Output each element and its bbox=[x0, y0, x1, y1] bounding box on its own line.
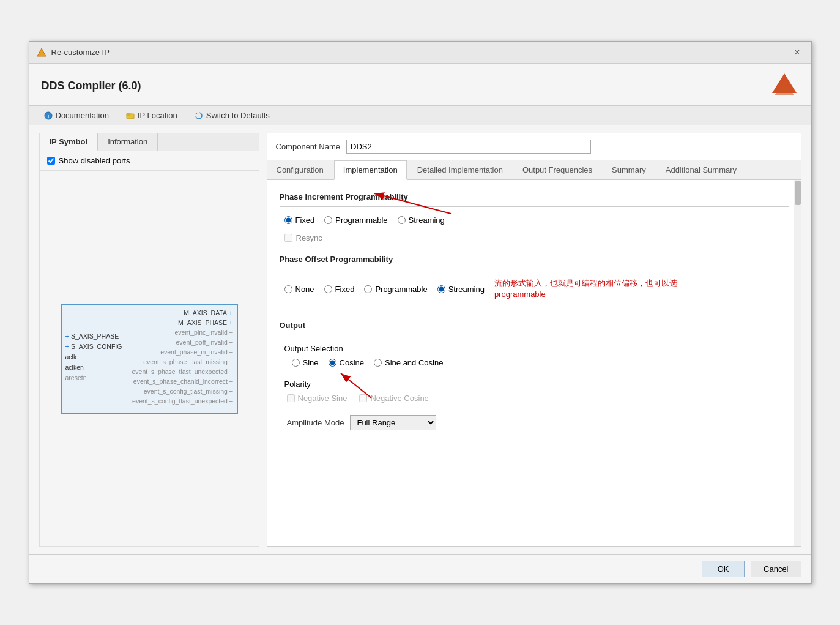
refresh-icon bbox=[195, 111, 203, 120]
radio-streaming[interactable]: Streaming bbox=[398, 215, 445, 225]
port-m-axis-data: M_AXIS_DATA + bbox=[180, 309, 236, 317]
documentation-button[interactable]: i Documentation bbox=[42, 110, 111, 121]
app-logo bbox=[770, 71, 799, 100]
port-event-s-phase-chanid: event_s_phase_chanid_incorrect – bbox=[130, 377, 237, 386]
output-title: Output bbox=[280, 321, 789, 330]
title-bar: Re-customize IP × bbox=[29, 42, 811, 64]
polarity-block: Polarity Negative Sine Negative Cosine bbox=[280, 380, 789, 403]
show-disabled-checkbox[interactable] bbox=[47, 157, 55, 165]
resync-checkbox[interactable] bbox=[284, 234, 292, 242]
port-event-pinc-invalid: event_pinc_invalid – bbox=[171, 328, 237, 337]
app-header: DDS Compiler (6.0) bbox=[29, 64, 811, 105]
phase-increment-radio-group: Fixed Programmable Streaming bbox=[280, 215, 445, 225]
scrollbar-track[interactable] bbox=[794, 180, 801, 546]
main-window: Re-customize IP × DDS Compiler (6.0) i D… bbox=[29, 41, 812, 584]
radio-fixed-offset[interactable]: Fixed bbox=[324, 285, 355, 294]
radio-sine-and-cosine-input[interactable] bbox=[374, 359, 382, 367]
cancel-button[interactable]: Cancel bbox=[751, 561, 801, 577]
output-selection-block: Output Selection Sine Cosine bbox=[280, 344, 789, 367]
radio-sine-and-cosine[interactable]: Sine and Cosine bbox=[374, 358, 443, 367]
switch-defaults-button[interactable]: Switch to Defaults bbox=[192, 110, 272, 121]
output-selection-radio-group: Sine Cosine Sine and Cosine bbox=[287, 358, 789, 367]
tab-implementation[interactable]: Implementation bbox=[334, 160, 407, 180]
output-selection-label: Output Selection bbox=[280, 344, 789, 353]
phase-increment-section: Phase Increment Programmability 固定输出频率 F… bbox=[280, 192, 789, 242]
radio-programmable-offset[interactable]: Programmable bbox=[364, 285, 427, 294]
ip-symbol-area: + S_AXIS_PHASE + S_AXIS_CONFIG aclk bbox=[40, 171, 259, 546]
radio-cosine-input[interactable] bbox=[329, 359, 336, 367]
negative-sine-checkbox[interactable] bbox=[287, 394, 295, 402]
negative-cosine-checkbox[interactable] bbox=[359, 394, 367, 402]
app-title: DDS Compiler (6.0) bbox=[42, 80, 141, 92]
left-tabs: IP Symbol Information bbox=[40, 133, 259, 151]
bottom-bar: OK Cancel bbox=[29, 554, 811, 583]
ip-location-button[interactable]: IP Location bbox=[124, 110, 180, 121]
radio-streaming-offset[interactable]: Streaming bbox=[437, 285, 485, 294]
radio-cosine[interactable]: Cosine bbox=[329, 358, 364, 367]
radio-none-input[interactable] bbox=[284, 285, 292, 293]
ip-block: + S_AXIS_PHASE + S_AXIS_CONFIG aclk bbox=[61, 304, 238, 414]
right-panel: Component Name Configuration Implementat… bbox=[267, 133, 801, 547]
radio-sine[interactable]: Sine bbox=[292, 358, 319, 367]
tab-ip-symbol[interactable]: IP Symbol bbox=[40, 133, 98, 151]
port-aclk: aclk bbox=[62, 353, 126, 361]
polarity-label: Polarity bbox=[280, 380, 789, 389]
resync-label: Resync bbox=[296, 233, 322, 242]
port-s-axis-phase: + S_AXIS_PHASE bbox=[62, 332, 126, 340]
main-content: IP Symbol Information Show disabled port… bbox=[29, 125, 811, 554]
radio-streaming-offset-input[interactable] bbox=[437, 285, 445, 293]
amplitude-select[interactable]: Full Range Unit Circle Scaled Full Range bbox=[350, 415, 436, 430]
tab-additional-summary[interactable]: Additional Summary bbox=[656, 160, 746, 179]
component-name-row: Component Name bbox=[267, 133, 801, 160]
scrollbar-thumb[interactable] bbox=[795, 181, 801, 205]
right-tabs: Configuration Implementation Detailed Im… bbox=[267, 160, 801, 180]
radio-fixed[interactable]: Fixed bbox=[284, 215, 315, 225]
radio-streaming-input[interactable] bbox=[398, 216, 406, 224]
toolbar: i Documentation IP Location Switch to De… bbox=[29, 105, 811, 125]
tab-output-frequencies[interactable]: Output Frequencies bbox=[513, 160, 601, 179]
port-event-s-config-tlast-missing: event_s_config_tlast_missing – bbox=[140, 387, 237, 395]
amplitude-row: Amplitude Mode Full Range Unit Circle Sc… bbox=[280, 415, 789, 430]
tab-detailed-implementation[interactable]: Detailed Implementation bbox=[408, 160, 512, 179]
radio-programmable-offset-input[interactable] bbox=[364, 285, 372, 293]
svg-rect-6 bbox=[127, 113, 130, 115]
output-section: Output Output Selection Sine bbox=[280, 321, 789, 430]
polarity-row: Negative Sine Negative Cosine bbox=[280, 394, 789, 403]
folder-icon bbox=[126, 111, 135, 120]
port-event-s-config-tlast-unexpected: event_s_config_tlast_unexpected – bbox=[128, 397, 236, 405]
port-aresetn: aresetn bbox=[62, 373, 126, 382]
radio-fixed-offset-input[interactable] bbox=[324, 285, 332, 293]
radio-sine-input[interactable] bbox=[292, 359, 300, 367]
svg-marker-0 bbox=[37, 48, 46, 56]
ip-left-ports: + S_AXIS_PHASE + S_AXIS_CONFIG aclk bbox=[62, 305, 126, 409]
radio-none[interactable]: None bbox=[284, 285, 314, 294]
tab-content: Phase Increment Programmability 固定输出频率 F… bbox=[267, 180, 801, 546]
left-panel: IP Symbol Information Show disabled port… bbox=[39, 133, 259, 547]
radio-programmable-input[interactable] bbox=[324, 216, 332, 224]
annotation-offset-zh: 流的形式输入，也就是可编程的相位偏移，也可以选programmable bbox=[494, 278, 678, 300]
phase-increment-title: Phase Increment Programmability bbox=[280, 192, 789, 201]
show-disabled-label: Show disabled ports bbox=[59, 156, 130, 165]
show-disabled-row: Show disabled ports bbox=[40, 151, 259, 171]
resync-row: Resync bbox=[280, 233, 789, 242]
port-event-phase-in-invalid: event_phase_in_invalid – bbox=[157, 348, 236, 356]
component-name-input[interactable] bbox=[346, 140, 591, 154]
port-s-axis-config: + S_AXIS_CONFIG bbox=[62, 342, 126, 351]
port-m-axis-phase: M_AXIS_PHASE + bbox=[174, 318, 236, 327]
tab-configuration[interactable]: Configuration bbox=[267, 160, 333, 179]
radio-fixed-input[interactable] bbox=[284, 216, 292, 224]
phase-offset-radio-group: None Fixed Programmable bbox=[280, 278, 678, 300]
close-button[interactable]: × bbox=[790, 46, 803, 59]
tab-information[interactable]: Information bbox=[98, 133, 158, 151]
app-icon bbox=[37, 48, 46, 58]
tab-summary[interactable]: Summary bbox=[603, 160, 655, 179]
negative-cosine-label: Negative Cosine bbox=[370, 394, 428, 403]
radio-programmable[interactable]: Programmable bbox=[324, 215, 387, 225]
negative-cosine-item: Negative Cosine bbox=[359, 394, 428, 403]
component-name-label: Component Name bbox=[276, 142, 341, 151]
negative-sine-item: Negative Sine bbox=[287, 394, 348, 403]
ip-right-ports: M_AXIS_DATA + M_AXIS_PHASE + event_pinc_… bbox=[125, 305, 236, 409]
ok-button[interactable]: OK bbox=[702, 561, 745, 577]
phase-offset-section: Phase Offset Programmability None bbox=[280, 255, 789, 309]
amplitude-label: Amplitude Mode bbox=[287, 418, 344, 427]
